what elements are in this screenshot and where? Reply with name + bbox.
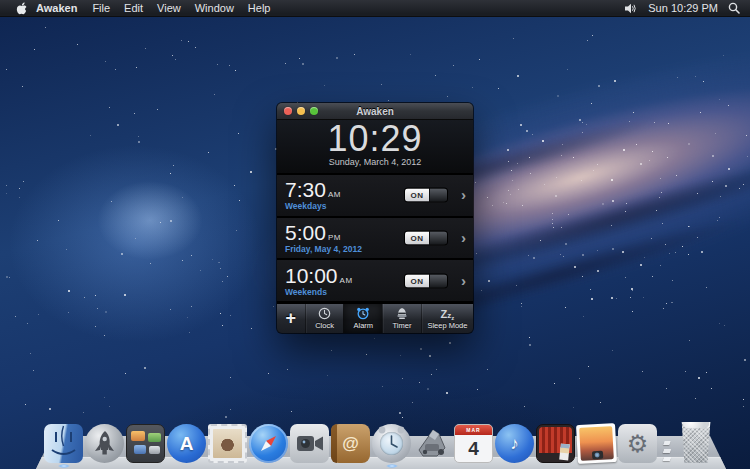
alarm-label: Weekdays <box>285 201 341 211</box>
alarm-time: 7:30 <box>285 179 326 200</box>
finder-face-icon <box>44 424 83 463</box>
alarm-time: 5:00 <box>285 222 326 243</box>
alarm-label: Weekends <box>285 287 353 297</box>
dock-icon-finder[interactable] <box>44 424 83 463</box>
chevron-right-icon[interactable]: › <box>461 229 466 246</box>
toggle-on-label: ON <box>405 274 429 287</box>
apple-menu[interactable] <box>10 1 32 15</box>
gear-icon: ⚙ <box>627 430 649 458</box>
dock-icon-facetime[interactable] <box>290 424 329 463</box>
tab-timer-label: Timer <box>393 321 412 330</box>
alarm-icon <box>356 307 370 320</box>
dock-icon-trash[interactable] <box>679 422 713 463</box>
dock-icon-iphoto[interactable] <box>576 423 617 464</box>
running-indicator <box>386 464 398 468</box>
at-sign-glyph: @ <box>342 434 359 454</box>
window-titlebar[interactable]: Awaken <box>277 103 473 120</box>
toggle-knob[interactable] <box>429 274 447 287</box>
camera-icon <box>591 451 602 460</box>
dock: A @ <box>0 413 750 469</box>
timer-icon <box>396 307 408 320</box>
alarm-toggle[interactable]: ON <box>405 189 447 202</box>
photo-strip <box>559 444 570 461</box>
alarm-meridiem: PM <box>328 233 341 242</box>
dock-divider <box>659 424 675 463</box>
alarm-time: 10:00 <box>285 265 338 286</box>
alarm-row[interactable]: 10:00 AM Weekends ON › <box>277 260 473 301</box>
calendar-day-number: 4 <box>455 436 492 462</box>
menu-app-name[interactable]: Awaken <box>36 2 77 14</box>
calendar-month-header: MAR <box>455 425 492 435</box>
current-date: Sunday, March 4, 2012 <box>277 157 473 167</box>
dock-icon-system-preferences[interactable]: ⚙ <box>618 424 657 463</box>
alarm-row[interactable]: 7:30 AM Weekdays ON › <box>277 175 473 216</box>
toggle-on-label: ON <box>405 232 429 245</box>
menu-edit[interactable]: Edit <box>124 2 143 14</box>
alarm-list: 7:30 AM Weekdays ON › 5:00 PM Fr <box>277 173 473 303</box>
sleep-zzz-icon: Zzz <box>441 307 455 320</box>
tab-alarm-label: Alarm <box>353 321 373 330</box>
music-note-glyph: ♪ <box>510 434 519 454</box>
window-toolbar: + Clock Alarm <box>277 303 473 333</box>
apple-logo-icon <box>15 1 27 15</box>
alarm-toggle[interactable]: ON <box>405 232 447 245</box>
dock-icon-ical[interactable]: MAR 4 <box>454 424 493 463</box>
app-store-a-glyph: A <box>180 433 194 455</box>
dock-icon-photo-booth[interactable] <box>536 424 575 463</box>
dock-icon-launchpad[interactable] <box>85 424 124 463</box>
dock-icon-address-book[interactable]: @ <box>331 424 370 463</box>
minimize-button[interactable] <box>297 107 305 115</box>
alarm-toggle[interactable]: ON <box>405 274 447 287</box>
clock-display: 10:29 Sunday, March 4, 2012 <box>277 120 473 173</box>
chevron-right-icon[interactable]: › <box>461 271 466 288</box>
tab-timer[interactable]: Timer <box>382 304 421 333</box>
alarm-meridiem: AM <box>328 190 341 199</box>
add-alarm-button[interactable]: + <box>277 304 305 333</box>
alarm-label: Friday, May 4, 2012 <box>285 244 362 254</box>
tab-sleep-mode[interactable]: Zzz Sleep Mode <box>421 304 473 333</box>
tab-clock-label: Clock <box>315 321 334 330</box>
zoom-button[interactable] <box>310 107 318 115</box>
running-indicator <box>58 464 70 468</box>
compass-needle-icon <box>249 424 288 463</box>
menu-file[interactable]: File <box>92 2 110 14</box>
clock-icon <box>318 307 331 320</box>
rocket-icon <box>85 424 124 463</box>
toggle-on-label: ON <box>405 189 429 202</box>
menu-help[interactable]: Help <box>248 2 271 14</box>
menu-bar: Awaken File Edit View Window Help Sun 10… <box>0 0 750 17</box>
tab-sleep-mode-label: Sleep Mode <box>427 321 467 330</box>
awaken-window: Awaken 10:29 Sunday, March 4, 2012 7:30 … <box>277 103 473 333</box>
alarm-clock-icon <box>372 424 411 463</box>
spaceship-icon <box>413 424 452 463</box>
video-camera-icon <box>290 424 329 463</box>
dock-icon-safari[interactable] <box>249 424 288 463</box>
dock-icon-itunes[interactable]: ♪ <box>495 424 534 463</box>
dock-icon-spaceship-app[interactable] <box>413 424 452 463</box>
tab-alarm[interactable]: Alarm <box>343 304 382 333</box>
close-button[interactable] <box>284 107 292 115</box>
chevron-right-icon[interactable]: › <box>461 186 466 203</box>
menu-window[interactable]: Window <box>195 2 234 14</box>
dock-icon-app-store[interactable]: A <box>167 424 206 463</box>
menu-view[interactable]: View <box>157 2 181 14</box>
toggle-knob[interactable] <box>429 189 447 202</box>
dock-icon-mission-control[interactable] <box>126 424 165 463</box>
dock-icon-mail[interactable] <box>208 424 247 463</box>
alarm-meridiem: AM <box>340 276 353 285</box>
alarm-row[interactable]: 5:00 PM Friday, May 4, 2012 ON › <box>277 218 473 259</box>
menu-clock[interactable]: Sun 10:29 PM <box>648 2 718 14</box>
current-time: 10:29 <box>277 120 473 157</box>
toggle-knob[interactable] <box>429 232 447 245</box>
tab-clock[interactable]: Clock <box>305 304 344 333</box>
dock-icon-awaken-alarm-clock[interactable] <box>372 424 411 463</box>
desktop: Awaken File Edit View Window Help Sun 10… <box>0 0 750 469</box>
spotlight-icon[interactable] <box>728 2 740 14</box>
volume-icon[interactable] <box>625 3 638 14</box>
stamp-picture <box>213 429 242 458</box>
